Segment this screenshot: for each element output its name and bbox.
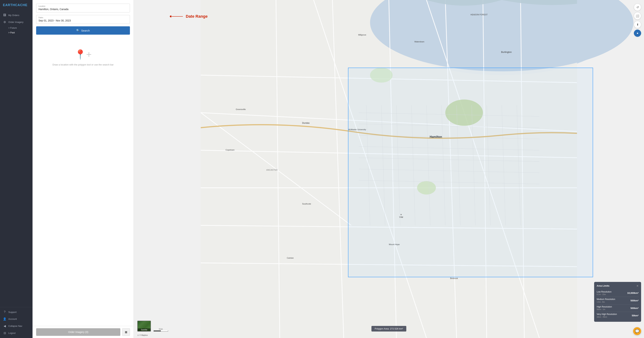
empty-state: 📍+ Draw a location with the polygon tool… xyxy=(36,38,130,77)
image-icon: 🖼 xyxy=(3,13,6,17)
delete-button[interactable]: ● xyxy=(634,29,641,37)
limit-value-medium: 500km² xyxy=(630,299,638,302)
area-limits-title: Area Limits xyxy=(597,284,610,287)
sidebar-item-collapse[interactable]: ◀ Collapse Nav xyxy=(0,323,32,330)
location-label: Location xyxy=(38,5,128,7)
select-tool-button[interactable]: ⊠ xyxy=(122,328,130,336)
sidebar-item-label: My Orders xyxy=(8,14,19,16)
sidebar: EARTHCACHE 🖼 My Orders ⚙ Order Imagery >… xyxy=(0,0,32,338)
refresh-button[interactable]: ↺ xyxy=(634,3,641,11)
sidebar-item-label: Order Imagery xyxy=(8,21,24,23)
mapbox-logo: ⊙ xyxy=(137,334,139,336)
limit-row-low: Low Resolution 8.1m - 15m 10,000km² xyxy=(597,290,638,297)
limit-value-high: 500km² xyxy=(630,307,638,310)
svg-point-19 xyxy=(370,68,393,83)
crop-icon: ⬜ xyxy=(636,14,639,18)
sidebar-item-label: Support xyxy=(8,311,16,314)
map-background xyxy=(134,0,644,338)
area-limits-close-button[interactable]: ✕ xyxy=(636,284,638,287)
search-button[interactable]: 🔍 Search xyxy=(36,26,130,35)
location-field[interactable]: Location Hamilton, Ontario, Canada xyxy=(36,3,130,12)
user-icon: 👤 xyxy=(3,317,6,321)
nav-section-main: 🖼 My Orders ⚙ Order Imagery > Future > P… xyxy=(0,10,32,36)
mapbox-attribution: ⊙ © Mapbox xyxy=(137,334,148,336)
crop-button[interactable]: ⬜ xyxy=(634,12,641,19)
refresh-icon: ↺ xyxy=(636,5,639,9)
upload-button[interactable]: ⬆ xyxy=(634,21,641,28)
pin-icon: 📍+ xyxy=(74,49,92,60)
sidebar-item-label: Account xyxy=(8,318,17,320)
limit-name-medium: Medium Resolution xyxy=(597,298,615,301)
limit-row-very-high: Very High Resolution 10cm - 49cm 50km² xyxy=(597,312,638,319)
area-limits-header: Area Limits ✕ xyxy=(597,284,638,287)
area-limits-panel: Area Limits ✕ Low Resolution 8.1m - 15m … xyxy=(594,282,641,322)
panel-bottom: Order Imagery (0) ⊠ xyxy=(32,326,134,338)
svg-point-21 xyxy=(417,181,436,195)
sidebar-item-label: Collapse Nav xyxy=(8,325,22,327)
limit-value-low: 10,000km² xyxy=(627,292,638,294)
satellite-label: Satellite xyxy=(138,329,150,331)
dates-field[interactable]: Dates Sep 01, 2023 - Nov 30, 2023 xyxy=(36,15,130,24)
limit-row-medium: Medium Resolution 1.5m - 8m 500km² xyxy=(597,297,638,305)
logo-area: EARTHCACHE xyxy=(0,0,32,10)
limit-name-low: Low Resolution xyxy=(597,291,612,294)
collapse-icon: ◀ xyxy=(3,324,6,328)
gear-icon: ⚙ xyxy=(3,20,6,24)
limit-name-high: High Resolution xyxy=(597,306,612,309)
map-area[interactable]: HEADON FOREST Burlington Waterdown Millg… xyxy=(134,0,644,338)
logout-icon: ⊟ xyxy=(3,331,6,335)
sidebar-sub-future[interactable]: > Future xyxy=(0,26,32,30)
limit-value-very-high: 50km² xyxy=(632,314,638,317)
polygon-area-badge: Polygon Area: 272.526 km² xyxy=(372,326,406,332)
svg-point-20 xyxy=(445,100,483,126)
mapbox-text: © Mapbox xyxy=(140,334,148,336)
sidebar-bottom: ? Support 👤 Account ◀ Collapse Nav ⊟ Log… xyxy=(0,307,32,338)
polygon-area-text: Polygon Area: 272.526 km² xyxy=(375,327,403,330)
scale-label: 5 km xyxy=(159,328,163,330)
dates-label: Dates xyxy=(38,16,128,18)
sidebar-item-label: Logout xyxy=(8,332,16,335)
limit-range-low: 8.1m - 15m xyxy=(597,293,612,296)
search-panel: Location Hamilton, Ontario, Canada Dates… xyxy=(32,0,134,338)
question-icon: ? xyxy=(3,310,6,314)
panel-content: Location Hamilton, Ontario, Canada Dates… xyxy=(32,0,134,326)
sidebar-item-my-orders[interactable]: 🖼 My Orders xyxy=(0,12,32,18)
logo-suffix: CACHE xyxy=(15,3,28,7)
limit-range-high: 50cm - 1m xyxy=(597,308,612,311)
chat-icon: 💬 xyxy=(635,329,640,333)
dates-value: Sep 01, 2023 - Nov 30, 2023 xyxy=(38,19,71,22)
limit-row-high: High Resolution 50cm - 1m 500km² xyxy=(597,305,638,312)
scale-bar xyxy=(154,331,168,332)
right-toolbar: ↺ ⬜ ⬆ ● xyxy=(634,3,641,37)
order-imagery-button[interactable]: Order Imagery (0) xyxy=(36,328,120,336)
empty-state-text: Draw a location with the polygon tool or… xyxy=(52,63,114,67)
map-scale: 5 km xyxy=(154,328,168,332)
delete-icon: ● xyxy=(636,31,638,35)
sidebar-item-logout[interactable]: ⊟ Logout xyxy=(0,330,32,337)
chat-button[interactable]: 💬 xyxy=(633,327,641,335)
satellite-thumbnail[interactable]: Satellite xyxy=(137,321,151,332)
limit-name-very-high: Very High Resolution xyxy=(597,313,617,316)
select-icon: ⊠ xyxy=(125,331,127,334)
sidebar-item-account[interactable]: 👤 Account xyxy=(0,316,32,323)
sidebar-item-order-imagery[interactable]: ⚙ Order Imagery xyxy=(0,18,32,26)
location-value: Hamilton, Ontario, Canada xyxy=(38,8,68,11)
upload-icon: ⬆ xyxy=(636,23,639,26)
search-button-label: Search xyxy=(81,29,90,32)
search-icon: 🔍 xyxy=(76,29,80,32)
limit-range-very-high: 10cm - 49cm xyxy=(597,316,617,318)
sidebar-item-support[interactable]: ? Support xyxy=(0,309,32,316)
logo-prefix: EARTH xyxy=(3,3,15,7)
limit-range-medium: 1.5m - 8m xyxy=(597,301,615,303)
logo: EARTHCACHE xyxy=(3,3,28,7)
sidebar-sub-past[interactable]: > Past xyxy=(0,30,32,35)
